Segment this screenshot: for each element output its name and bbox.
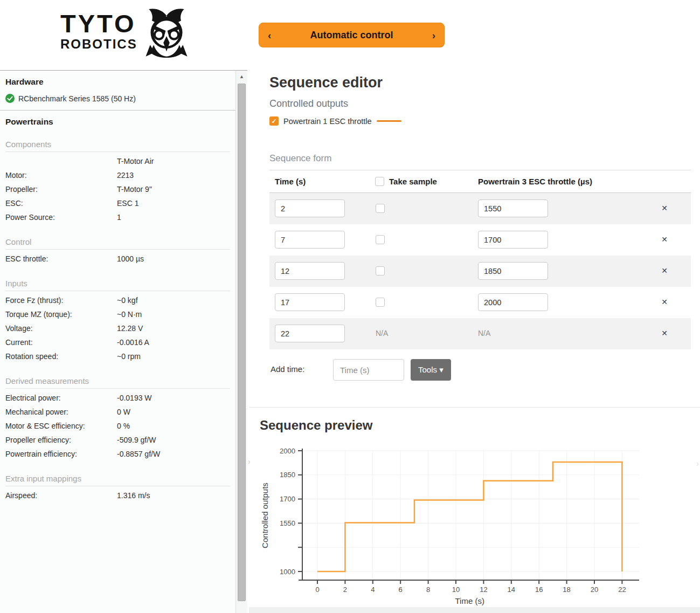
sequence-step-line [317, 462, 622, 571]
remove-row-button[interactable]: ✕ [659, 266, 670, 275]
sidebar-row: Powertrain efficiency:-0.8857 gf/W [5, 447, 230, 461]
sidebar-row: Airspeed:1.316 m/s [5, 488, 230, 502]
hardware-sidebar: Hardware RCbenchmark Series 1585 (50 Hz)… [0, 70, 235, 613]
svg-text:2000: 2000 [280, 447, 295, 455]
throttle-input[interactable] [478, 293, 548, 311]
sequence-table-row: ✕ [269, 193, 691, 224]
row-value: ~0 rpm [117, 349, 141, 363]
remove-row-button[interactable]: ✕ [659, 329, 670, 338]
row-label: Motor: [5, 171, 27, 180]
row-value: -509.9 gf/W [117, 433, 156, 447]
throttle-input[interactable] [478, 231, 548, 249]
row-value: -0.0016 A [117, 335, 149, 349]
sidebar-row: Force Fz (thrust):~0 kgf [5, 293, 230, 307]
device-name: RCbenchmark Series 1585 (50 Hz) [18, 94, 136, 103]
row-value: 2213 [117, 168, 134, 182]
sidebar-row: Rotation speed:~0 rpm [5, 349, 230, 363]
controlled-outputs-label: Controlled outputs [269, 98, 348, 109]
section-title: Derived measurements [5, 376, 230, 389]
nav-prev-icon[interactable]: ‹ [268, 30, 271, 40]
svg-text:1700: 1700 [280, 495, 295, 503]
svg-text:1850: 1850 [280, 471, 295, 479]
row-label: Airspeed: [5, 491, 37, 500]
connected-check-icon [5, 94, 15, 103]
row-label: Force Fz (thrust): [5, 296, 63, 305]
take-sample-checkbox[interactable] [376, 266, 385, 275]
tyto-robotics-logo: TYTO ROBOTICS [60, 11, 137, 52]
sequence-form-title: Sequence form [269, 153, 331, 164]
take-sample-checkbox[interactable] [376, 204, 385, 213]
logo-text-robotics: ROBOTICS [60, 37, 137, 52]
remove-row-button[interactable]: ✕ [659, 235, 670, 244]
output-checkbox-checked[interactable]: ✓ [269, 116, 279, 126]
time-column-header: Time (s) [275, 177, 306, 186]
svg-text:6: 6 [399, 586, 403, 594]
logo-text-tyto: TYTO [60, 11, 137, 36]
scrollbar-up-arrow-icon[interactable]: ▲ [236, 71, 247, 82]
row-label: Electrical power: [5, 394, 61, 402]
row-value: -0.0193 W [117, 391, 152, 405]
sidebar-row: Voltage:12.28 V [5, 321, 230, 335]
sidebar-section-inputs: InputsForce Fz (thrust):~0 kgfTorque MZ … [5, 279, 230, 363]
sidebar-row: Propeller:T-Motor 9" [5, 182, 230, 196]
svg-text:1550: 1550 [280, 519, 295, 527]
row-value: 12.28 V [117, 321, 143, 335]
output-toggle-row: ✓ Powertrain 1 ESC throttle [269, 116, 401, 126]
row-value: 1.316 m/s [117, 488, 150, 502]
throttle-input[interactable] [478, 199, 548, 217]
row-value: 1 [117, 210, 121, 224]
add-time-input[interactable] [333, 359, 404, 381]
sidebar-row: Power Source:1 [5, 210, 230, 224]
sidebar-divider [0, 110, 235, 111]
panel-splitter-handle-left[interactable]: › [248, 457, 251, 466]
time-input[interactable] [275, 293, 345, 311]
take-sample-checkbox[interactable] [376, 298, 385, 307]
throttle-column-header: Powertrain 3 ESC throttle (µs) [478, 177, 592, 186]
nav-next-icon[interactable]: › [432, 30, 435, 40]
table-header-row: Time (s) Take sample Powertrain 3 ESC th… [269, 170, 691, 193]
row-label: Propeller efficiency: [5, 436, 71, 444]
sequence-preview-title: Sequence preview [260, 418, 372, 433]
svg-text:Time (s): Time (s) [455, 596, 484, 605]
row-label: Mechanical power: [5, 408, 68, 416]
sequence-table-row: ✕ [269, 224, 691, 256]
powertrains-section-title: Powertrains [5, 117, 230, 127]
remove-row-button[interactable]: ✕ [659, 298, 670, 306]
sidebar-section-control: ControlESC throttle:1000 µs [5, 237, 230, 266]
panel-splitter-handle-right[interactable]: › [696, 459, 699, 468]
row-value: -0.8857 gf/W [117, 447, 160, 461]
row-label: Voltage: [5, 324, 33, 333]
remove-row-button[interactable]: ✕ [659, 204, 670, 212]
time-input[interactable] [275, 199, 345, 217]
take-sample-header-checkbox[interactable] [375, 177, 384, 186]
sequence-table-row: ✕ [269, 256, 691, 287]
scrollbar-thumb[interactable] [238, 84, 246, 601]
take-sample-checkbox[interactable] [376, 235, 385, 244]
row-value: ~0 kgf [117, 293, 138, 307]
row-value: T-Motor 9" [117, 182, 152, 196]
time-input[interactable] [275, 231, 345, 249]
row-value: 1000 µs [117, 252, 144, 266]
automatic-control-nav-button[interactable]: ‹ Automatic control › [259, 23, 445, 47]
time-input[interactable] [275, 325, 345, 342]
svg-text:2: 2 [343, 586, 347, 594]
take-sample-column-header: Take sample [389, 177, 437, 186]
sequence-editor-panel: Sequence editor Controlled outputs ✓ Pow… [248, 70, 700, 613]
row-label: Current: [5, 338, 33, 347]
sequence-form-table: Time (s) Take sample Powertrain 3 ESC th… [269, 170, 691, 349]
section-title: Components [5, 140, 230, 152]
row-label: Motor & ESC efficiency: [5, 422, 85, 430]
tools-dropdown-button[interactable]: Tools ▾ [411, 359, 451, 381]
sidebar-section-extra-input-mappings: Extra input mappingsAirspeed:1.316 m/s [5, 474, 230, 502]
take-sample-na: N/A [376, 329, 388, 338]
section-title: Inputs [5, 279, 230, 291]
row-label: Torque MZ (torque): [5, 310, 72, 319]
row-value: 0 W [117, 405, 130, 419]
svg-text:10: 10 [452, 586, 460, 594]
throttle-input[interactable] [478, 262, 548, 280]
sidebar-scrollbar[interactable]: ▲ [235, 70, 247, 613]
time-input[interactable] [275, 262, 345, 280]
sidebar-row: Current:-0.0016 A [5, 335, 230, 349]
sequence-editor-title: Sequence editor [269, 74, 383, 91]
svg-text:0: 0 [315, 586, 319, 594]
